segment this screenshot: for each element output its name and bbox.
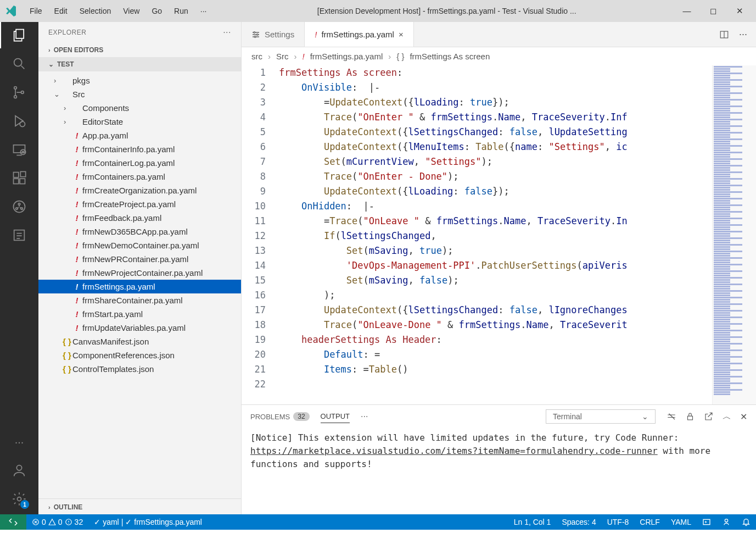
json-file-icon: { } bbox=[61, 364, 72, 374]
tree-file[interactable]: !frmNewProjectContainer.pa.yaml bbox=[38, 266, 241, 280]
yaml-file-icon: ! bbox=[71, 186, 82, 195]
menu-overflow[interactable]: ··· bbox=[195, 4, 212, 18]
tree-item-label: frmContainerInfo.pa.yaml bbox=[82, 145, 175, 154]
tree-item-label: EditorState bbox=[82, 117, 123, 126]
tree-file[interactable]: !frmFeedback.pa.yaml bbox=[38, 211, 241, 225]
statusbar: 0 0 32 ✓ yaml | ✓ frmSettings.pa.yaml Ln… bbox=[0, 514, 756, 530]
accounts-icon[interactable] bbox=[10, 462, 28, 479]
breadcrumb[interactable]: src› Src› ! frmSettings.pa.yaml› { } frm… bbox=[242, 47, 756, 65]
open-log-icon[interactable] bbox=[704, 412, 714, 421]
tree-file[interactable]: !frmCreateProject.pa.yaml bbox=[38, 197, 241, 211]
outline-section[interactable]: ›OUTLINE bbox=[38, 498, 241, 514]
todo-icon[interactable] bbox=[10, 226, 28, 244]
status-encoding[interactable]: UTF-8 bbox=[602, 518, 635, 526]
minimap[interactable] bbox=[712, 65, 756, 404]
menu-go[interactable]: Go bbox=[146, 4, 167, 18]
sidebar-header: EXPLORER ··· bbox=[38, 22, 241, 43]
tree-file[interactable]: !frmContainerInfo.pa.yaml bbox=[38, 142, 241, 156]
status-bell-icon[interactable] bbox=[736, 518, 756, 526]
status-cursor[interactable]: Ln 1, Col 1 bbox=[508, 518, 557, 526]
tree-item-label: frmContainers.pa.yaml bbox=[82, 172, 165, 181]
main-menu: File Edit Selection View Go Run ··· bbox=[24, 4, 212, 18]
code-editor[interactable]: 12345678910111213141516171819202122 frmS… bbox=[242, 65, 756, 404]
tree-file[interactable]: !frmNewDemoContainer.pa.yaml bbox=[38, 238, 241, 252]
menu-file[interactable]: File bbox=[24, 4, 48, 18]
svg-rect-10 bbox=[20, 179, 25, 184]
tree-file[interactable]: !App.pa.yaml bbox=[38, 129, 241, 142]
explorer-icon[interactable] bbox=[10, 26, 28, 44]
tree-file[interactable]: { }CanvasManifest.json bbox=[38, 335, 241, 348]
editor-area: Settings ! frmSettings.pa.yaml × ··· src… bbox=[242, 22, 756, 514]
tree-file[interactable]: !frmContainers.pa.yaml bbox=[38, 170, 241, 184]
panel-close-icon[interactable]: ✕ bbox=[740, 412, 747, 422]
tree-folder[interactable]: ›EditorState bbox=[38, 115, 241, 129]
tree-folder[interactable]: ›Components bbox=[38, 101, 241, 115]
tabs-more-icon[interactable]: ··· bbox=[739, 29, 747, 40]
tree-file[interactable]: { }ComponentReferences.json bbox=[38, 348, 241, 362]
menu-selection[interactable]: Selection bbox=[74, 4, 117, 18]
panel-tab-problems[interactable]: PROBLEMS 32 bbox=[250, 410, 310, 423]
remote-indicator[interactable] bbox=[0, 514, 26, 530]
tree-file[interactable]: !frmShareContainer.pa.yaml bbox=[38, 293, 241, 307]
status-errors[interactable]: 0 0 32 bbox=[26, 518, 88, 526]
menu-edit[interactable]: Edit bbox=[49, 4, 73, 18]
tree-file[interactable]: !frmUpdateVariables.pa.yaml bbox=[38, 321, 241, 335]
run-debug-icon[interactable] bbox=[10, 112, 28, 130]
test-section[interactable]: ⌄TEST bbox=[38, 57, 241, 71]
tree-item-label: pkgs bbox=[72, 76, 90, 85]
tree-file[interactable]: !frmCreateOrganization.pa.yaml bbox=[38, 184, 241, 197]
search-icon[interactable] bbox=[10, 55, 28, 73]
extensions-icon[interactable] bbox=[10, 169, 28, 187]
svg-point-4 bbox=[21, 91, 24, 94]
tree-folder[interactable]: ›pkgs bbox=[38, 74, 241, 87]
source-control-icon[interactable] bbox=[10, 84, 28, 101]
status-eol[interactable]: CRLF bbox=[634, 518, 665, 526]
clear-output-icon[interactable] bbox=[667, 412, 676, 421]
tree-file[interactable]: { }ControlTemplates.json bbox=[38, 362, 241, 376]
panel-tab-output[interactable]: OUTPUT bbox=[321, 410, 350, 423]
status-spaces[interactable]: Spaces: 4 bbox=[556, 518, 601, 526]
yaml-file-icon: ! bbox=[71, 282, 82, 291]
tree-file[interactable]: !frmContainerLog.pa.yaml bbox=[38, 156, 241, 170]
more-icon[interactable]: ··· bbox=[10, 433, 28, 451]
tree-folder[interactable]: ⌄Src bbox=[38, 87, 241, 101]
status-lang[interactable]: YAML bbox=[665, 518, 697, 526]
status-feedback-icon[interactable] bbox=[716, 518, 736, 526]
tree-file[interactable]: !frmStart.pa.yaml bbox=[38, 307, 241, 321]
svg-point-1 bbox=[14, 59, 22, 66]
maximize-icon[interactable]: ◻ bbox=[708, 6, 719, 16]
panel-more-icon[interactable]: ··· bbox=[361, 412, 368, 421]
sidebar-more-icon[interactable]: ··· bbox=[223, 27, 231, 37]
minimize-icon[interactable]: — bbox=[681, 6, 692, 16]
tree-item-label: frmCreateOrganization.pa.yaml bbox=[82, 186, 197, 195]
split-editor-icon[interactable] bbox=[719, 30, 729, 40]
menu-run[interactable]: Run bbox=[169, 4, 194, 18]
tree-file[interactable]: !frmNewD365BCApp.pa.yaml bbox=[38, 225, 241, 238]
tab-frmsettings[interactable]: ! frmSettings.pa.yaml × bbox=[305, 22, 413, 47]
marketplace-link[interactable]: https://marketplace.visualstudio.com/ite… bbox=[250, 446, 658, 456]
output-body[interactable]: [Notice] This extension will have limite… bbox=[242, 428, 756, 514]
panel-maximize-icon[interactable]: ︿ bbox=[723, 411, 731, 423]
svg-point-27 bbox=[725, 519, 727, 522]
remote-explorer-icon[interactable] bbox=[10, 141, 28, 158]
tree-item-label: CanvasManifest.json bbox=[72, 337, 149, 346]
output-channel-select[interactable]: Terminal⌄ bbox=[546, 409, 656, 424]
tree-item-label: ControlTemplates.json bbox=[72, 364, 154, 374]
sidebar: EXPLORER ··· ›OPEN EDITORS ⌄TEST ›pkgs⌄S… bbox=[38, 22, 242, 514]
close-icon[interactable]: ✕ bbox=[734, 6, 745, 16]
git-graph-icon[interactable] bbox=[10, 198, 28, 215]
tab-close-icon[interactable]: × bbox=[399, 30, 404, 39]
lock-scroll-icon[interactable] bbox=[685, 412, 695, 421]
status-run-icon[interactable] bbox=[697, 518, 716, 526]
tree-file[interactable]: !frmNewPRContainer.pa.yaml bbox=[38, 252, 241, 266]
open-editors-section[interactable]: ›OPEN EDITORS bbox=[38, 43, 241, 57]
json-file-icon: { } bbox=[61, 337, 72, 346]
status-lang-check[interactable]: ✓ yaml | ✓ frmSettings.pa.yaml bbox=[88, 518, 208, 526]
tree-file[interactable]: !frmSettings.pa.yaml bbox=[38, 280, 241, 293]
svg-point-19 bbox=[254, 31, 255, 33]
yaml-file-icon: ! bbox=[71, 213, 82, 223]
menu-view[interactable]: View bbox=[117, 4, 145, 18]
tab-settings[interactable]: Settings bbox=[242, 22, 305, 47]
settings-gear-icon[interactable]: 1 bbox=[10, 490, 28, 508]
tree-item-label: frmUpdateVariables.pa.yaml bbox=[82, 323, 186, 332]
